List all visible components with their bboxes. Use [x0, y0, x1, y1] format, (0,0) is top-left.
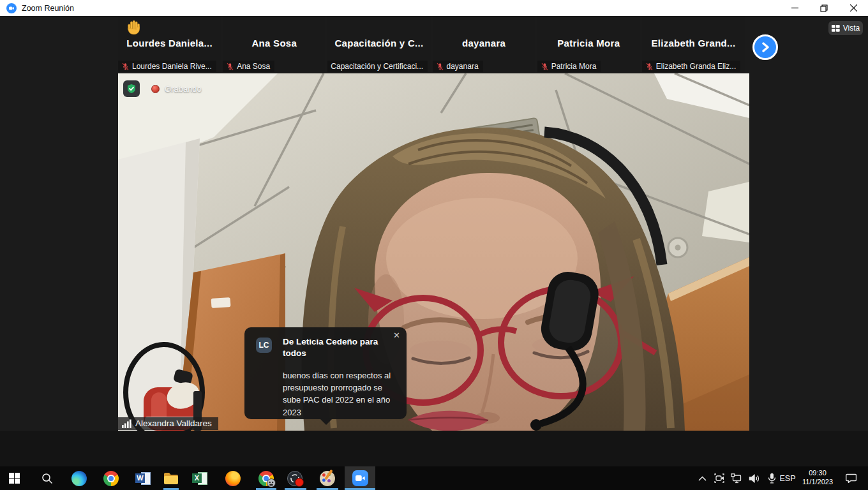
participant-label: Elizabeth Granda Eliz...: [642, 61, 740, 72]
taskbar-explorer-icon[interactable]: [157, 466, 185, 490]
windows-logo-icon: [9, 473, 20, 484]
participant-name: Patricia Mora: [537, 38, 640, 48]
tray-clock[interactable]: 09:30 11/1/2023: [798, 468, 837, 486]
active-speaker-label: Alexandra Valldares: [118, 417, 218, 430]
taskbar-firefox-icon[interactable]: [219, 466, 247, 490]
participant-tile[interactable]: Elizabeth Grand... Elizabeth Granda Eliz…: [642, 16, 745, 73]
close-icon[interactable]: [839, 0, 868, 16]
view-button[interactable]: Vista: [828, 21, 863, 35]
action-center-icon[interactable]: [842, 466, 859, 490]
muted-mic-icon: [541, 63, 549, 71]
chat-notification-popup: LC De Leticia Cedeño para todos buenos d…: [244, 327, 407, 419]
participant-strip: Lourdes Daniela... Lourdes Daniela Rive.…: [118, 16, 745, 73]
search-button[interactable]: [33, 466, 61, 490]
main-video-tile: [118, 73, 749, 431]
tray-date: 11/1/2023: [798, 477, 837, 486]
security-shield-icon[interactable]: [123, 80, 140, 97]
grid-view-icon: [832, 25, 840, 32]
taskbar-obs-icon[interactable]: [281, 466, 309, 490]
participant-tile[interactable]: Patricia Mora Patricia Mora: [537, 16, 640, 73]
search-icon: [41, 473, 53, 484]
participant-name: dayanara: [433, 38, 535, 48]
recording-indicator: Grabando: [123, 80, 202, 97]
brush-icon: [324, 469, 333, 480]
recording-label: Grabando: [165, 84, 202, 94]
next-participants-page-button[interactable]: [752, 34, 778, 60]
muted-mic-icon: [226, 63, 234, 71]
chat-message-title: De Leticia Cedeño para todos: [283, 336, 396, 359]
participant-name: Ana Sosa: [223, 38, 326, 48]
minimize-icon[interactable]: [780, 0, 809, 16]
taskbar-chrome-webcam-icon[interactable]: [252, 466, 280, 490]
muted-mic-icon: [645, 63, 654, 71]
zoom-app-icon: [6, 3, 17, 13]
participant-label: Capacitación y Certificaci...: [327, 61, 428, 72]
participant-label: Patricia Mora: [537, 61, 601, 72]
raised-hand-icon: [126, 19, 142, 38]
tray-time: 09:30: [798, 468, 837, 477]
participant-label: dayanara: [433, 61, 483, 72]
popup-pointer: [320, 419, 333, 425]
meeting-toolbar: Reactivar audio Iniciar vídeo 380 Partic…: [0, 431, 868, 466]
participant-tile[interactable]: dayanara dayanara: [433, 16, 535, 73]
participant-tile[interactable]: Capacitación y C... Capacitación y Certi…: [327, 16, 430, 73]
chat-message-text: buenos días con respectos al presupuesto…: [283, 369, 400, 419]
window-title: Zoom Reunión: [22, 4, 74, 13]
signal-bars-icon: [122, 419, 131, 428]
participant-tile[interactable]: Ana Sosa Ana Sosa: [223, 16, 326, 73]
muted-mic-icon: [121, 63, 130, 71]
participant-name: Elizabeth Grand...: [642, 38, 745, 48]
chevron-right-icon: [761, 42, 770, 52]
overlay-badge-icon: [267, 479, 276, 487]
tray-microphone-icon[interactable]: [764, 466, 779, 490]
webcam-scene: [118, 73, 749, 431]
participant-label: Lourdes Daniela Rive...: [118, 61, 216, 72]
tray-camera-in-use-icon[interactable]: [712, 466, 727, 490]
participant-label: Ana Sosa: [223, 61, 274, 72]
start-button[interactable]: [0, 466, 28, 490]
folder-icon: [163, 472, 179, 485]
tray-show-hidden-icons[interactable]: [694, 466, 710, 490]
avatar: LC: [256, 338, 272, 353]
restore-icon[interactable]: [809, 0, 839, 16]
taskbar-edge-icon[interactable]: [65, 466, 93, 490]
recording-dot-icon: [151, 85, 160, 93]
close-icon[interactable]: ✕: [393, 331, 400, 339]
chevron-up-icon: [698, 476, 707, 481]
taskbar-excel-icon[interactable]: X: [186, 466, 214, 490]
participant-name: Capacitación y C...: [327, 38, 430, 48]
zoom-meeting-window: Zoom Reunión Lourdes Daniela... Lourdes …: [0, 0, 868, 490]
tray-language-indicator[interactable]: ESP: [778, 466, 797, 490]
tray-volume-icon[interactable]: [747, 466, 762, 490]
windows-taskbar: W X: [0, 466, 868, 490]
title-bar: Zoom Reunión: [0, 0, 868, 16]
taskbar-word-icon[interactable]: W: [129, 466, 157, 490]
muted-mic-icon: [436, 63, 444, 71]
taskbar-zoom-icon[interactable]: [346, 466, 374, 490]
participant-name: Lourdes Daniela...: [118, 38, 221, 48]
participant-tile[interactable]: Lourdes Daniela... Lourdes Daniela Rive.…: [118, 16, 221, 73]
taskbar-chrome-icon[interactable]: [97, 466, 125, 490]
tray-network-icon[interactable]: [729, 466, 744, 490]
taskbar-paint-icon[interactable]: [313, 466, 341, 490]
